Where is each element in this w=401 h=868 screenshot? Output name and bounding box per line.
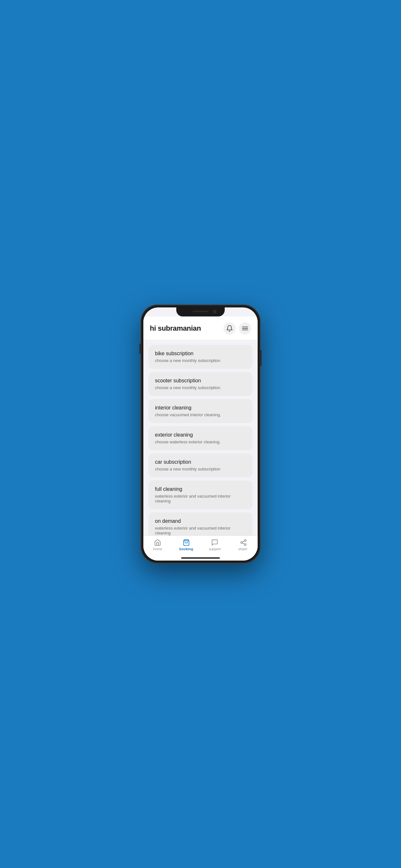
car-subscription-card[interactable]: car subscription choose a new monthly su… [149,454,252,477]
camera [213,310,216,313]
home-indicator [143,557,258,561]
nav-label-home: home [153,547,162,551]
scooter-subscription-desc: choose a new monthly subscription [155,385,246,390]
scooter-subscription-title: scooter subscription [155,378,246,383]
phone-device: hi subramanian [141,305,260,563]
interior-cleaning-desc: choose vacuumed interior cleaning. [155,412,246,417]
full-cleaning-title: full cleaning [155,486,246,492]
phone-screen: hi subramanian [143,307,258,561]
nav-label-share: share` [238,547,248,551]
speaker [192,311,209,312]
notification-button[interactable] [223,322,236,335]
car-subscription-desc: choose a new monthly subscription [155,467,246,471]
nav-item-share[interactable]: share` [229,539,258,551]
svg-line-7 [243,543,244,544]
support-icon [211,539,218,546]
on-demand-desc: waterless exterior and vacuumed interior… [155,526,246,535]
services-list: bike subscription choose a new monthly s… [143,340,258,535]
exterior-cleaning-card[interactable]: exterior cleaning choose waterless exter… [149,426,252,450]
interior-cleaning-card[interactable]: interior cleaning choose vacuumed interi… [149,399,252,423]
menu-button[interactable] [239,322,251,335]
nav-item-support[interactable]: support [201,539,229,551]
nav-item-home[interactable]: home [143,539,172,551]
exterior-cleaning-desc: choose waterless exterior cleaning. [155,439,246,444]
on-demand-title: on demand [155,518,246,524]
interior-cleaning-title: interior cleaning [155,405,246,411]
app-content: hi subramanian [143,307,258,561]
full-cleaning-desc: waterless exterior and vacuumed interior… [155,494,246,503]
bike-subscription-card[interactable]: bike subscription choose a new monthly s… [149,345,252,369]
nav-label-support: support [209,547,221,551]
bike-subscription-title: bike subscription [155,351,246,356]
on-demand-card[interactable]: on demand waterless exterior and vacuume… [149,513,252,535]
header: hi subramanian [143,316,258,340]
full-cleaning-card[interactable]: full cleaning waterless exterior and vac… [149,480,252,509]
svg-line-8 [243,541,244,542]
exterior-cleaning-title: exterior cleaning [155,432,246,438]
bottom-nav: home booking support [143,535,258,557]
home-bar [181,557,220,559]
notch [176,307,225,316]
nav-item-booking[interactable]: booking [172,539,201,551]
nav-label-booking: booking [179,547,193,551]
menu-icon [242,325,249,332]
bike-subscription-desc: choose a new monthly subscription [155,358,246,363]
home-icon [154,539,161,546]
header-actions [223,322,251,335]
bell-icon [226,325,233,332]
scooter-subscription-card[interactable]: scooter subscription choose a new monthl… [149,372,252,396]
car-subscription-title: car subscription [155,459,246,465]
booking-icon [183,539,190,546]
greeting-text: hi subramanian [150,324,201,333]
share-icon [240,539,247,546]
